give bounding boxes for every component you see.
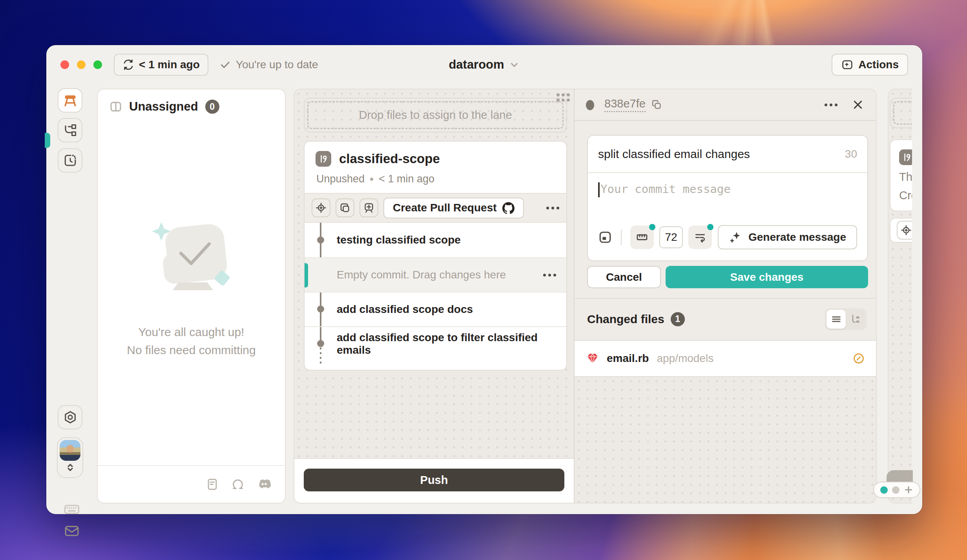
commit-target-button[interactable] <box>897 221 912 240</box>
window-header: < 1 min ago You're up to date dataroom <box>46 45 922 84</box>
commit-target-button[interactable] <box>312 198 330 217</box>
commit-row-selected[interactable]: Empty commit. Drag changes here <box>305 257 566 292</box>
profile-switcher[interactable] <box>57 437 83 478</box>
copy-sha-icon[interactable] <box>651 99 662 110</box>
commit-row[interactable]: testing classified scope <box>305 223 566 257</box>
community-icon[interactable] <box>231 477 245 491</box>
commit-list: testing classified scope Empty commit. D… <box>305 223 566 367</box>
file-view-toggle <box>825 308 867 330</box>
copy-branch-button[interactable] <box>336 198 354 217</box>
ruler-button[interactable] <box>630 225 654 249</box>
pager-dot-active[interactable] <box>880 486 888 494</box>
close-icon[interactable] <box>852 98 864 111</box>
dropzone-hint: Drop files to assign to the lane <box>359 109 512 122</box>
commit-message: add classified scope docs <box>337 303 473 316</box>
project-name: dataroom <box>449 58 504 72</box>
branch-badge-icon <box>316 151 331 167</box>
sidebar-item-workspace[interactable] <box>58 88 82 113</box>
desktop-wallpaper: < 1 min ago You're up to date dataroom <box>0 0 967 560</box>
sync-button[interactable]: < 1 min ago <box>114 54 208 76</box>
sidebar-item-settings[interactable] <box>58 405 82 429</box>
project-selector[interactable]: dataroom <box>449 58 520 72</box>
traffic-lights <box>60 60 102 69</box>
commit-panel-header: 838e7fe <box>575 89 876 121</box>
selected-indicator <box>305 263 308 287</box>
add-lane-icon[interactable] <box>904 485 913 495</box>
push-label: Push <box>420 474 448 486</box>
commit-message-textarea[interactable]: Your commit message <box>588 173 867 215</box>
template-icon[interactable] <box>598 230 612 244</box>
sidebar-item-history[interactable] <box>58 148 82 173</box>
changed-files-title: Changed files <box>587 313 664 326</box>
minimize-window-button[interactable] <box>77 60 86 69</box>
commit-message: add classified scope to filter classifie… <box>337 331 556 356</box>
gear-icon <box>63 410 77 424</box>
notes-icon[interactable] <box>206 478 219 491</box>
update-status-label: You're up to date <box>236 58 318 71</box>
user-avatar <box>60 440 80 461</box>
file-path: app/models <box>657 352 713 365</box>
generate-message-button[interactable]: Generate message <box>718 225 857 249</box>
commit-menu-button[interactable] <box>543 274 556 276</box>
close-window-button[interactable] <box>60 60 69 69</box>
update-status: You're up to date <box>219 58 318 71</box>
panel-background <box>575 377 876 503</box>
sidebar <box>46 84 97 514</box>
unassigned-footer <box>98 465 285 503</box>
history-icon <box>63 153 77 167</box>
caught-up-illustration <box>142 215 241 305</box>
commit-row[interactable]: add classified scope to filter classifie… <box>305 326 566 361</box>
message-placeholder: Your commit message <box>600 182 731 196</box>
tree-view-button[interactable] <box>846 310 865 329</box>
check-icon <box>219 59 231 71</box>
assign-box-button[interactable] <box>359 198 378 217</box>
zoom-window-button[interactable] <box>93 60 102 69</box>
keyboard-shortcuts-button[interactable] <box>46 501 97 518</box>
split-panel-icon <box>109 100 122 113</box>
branch-toolbar: Create Pull Request <box>305 193 566 223</box>
push-button[interactable]: Push <box>304 469 564 491</box>
sidebar-item-branches[interactable] <box>58 118 82 142</box>
wrap-enabled-dot <box>707 224 713 230</box>
stack-lane: Drop files to assign to the lane classif… <box>294 89 574 504</box>
cancel-button[interactable]: Cancel <box>587 266 661 288</box>
sparkles-icon <box>729 231 742 244</box>
branch-meta: Unpushed < 1 min ago <box>316 173 555 185</box>
ruler-enabled-dot <box>649 224 655 230</box>
actions-button[interactable]: Actions <box>832 54 908 76</box>
pr-button-label: Create Pull Request <box>393 202 497 214</box>
chevron-updown-icon <box>64 461 76 474</box>
unassigned-title: Unassigned <box>129 100 198 114</box>
list-view-button[interactable] <box>827 310 846 329</box>
branch-card: classified-scope Unpushed < 1 min ago <box>304 141 567 371</box>
commit-message: Empty commit. Drag changes here <box>337 269 506 281</box>
discord-icon[interactable] <box>257 477 272 492</box>
lane-footer: Push <box>294 458 574 503</box>
lane-dropzone[interactable]: Drop files to assign to the lane <box>304 98 567 133</box>
sync-icon <box>122 59 134 71</box>
unassigned-count-badge: 0 <box>205 100 219 114</box>
actions-sparkle-icon <box>841 58 854 71</box>
save-changes-button[interactable]: Save changes <box>666 266 868 288</box>
branch-time: < 1 min ago <box>379 173 434 185</box>
wrap-lines-button[interactable] <box>688 225 712 249</box>
wrap-width-input[interactable] <box>659 226 683 248</box>
generate-message-label: Generate message <box>748 231 846 244</box>
modified-status-icon <box>852 352 865 365</box>
commit-row[interactable]: add classified scope docs <box>305 292 566 326</box>
commit-menu-button[interactable] <box>825 104 837 106</box>
create-pull-request-button[interactable]: Create Pull Request <box>383 198 524 218</box>
feedback-button[interactable] <box>46 523 97 539</box>
branch-name[interactable]: classified-scope <box>339 151 440 166</box>
changed-files-count-badge: 1 <box>671 312 685 326</box>
branch-menu-button[interactable] <box>546 207 559 209</box>
changed-files-header: Changed files 1 <box>575 299 876 339</box>
stool-icon <box>63 93 78 108</box>
commit-dot <box>586 100 594 110</box>
commit-title-input[interactable] <box>598 147 839 161</box>
pager-dot[interactable] <box>892 486 899 494</box>
changed-file-row[interactable]: email.rb app/models <box>575 340 876 377</box>
next-lane-peek[interactable]: Th Cre <box>888 89 912 504</box>
commit-sha-link[interactable]: 838e7fe <box>604 97 646 112</box>
peek-text-line: Cre <box>899 189 912 202</box>
